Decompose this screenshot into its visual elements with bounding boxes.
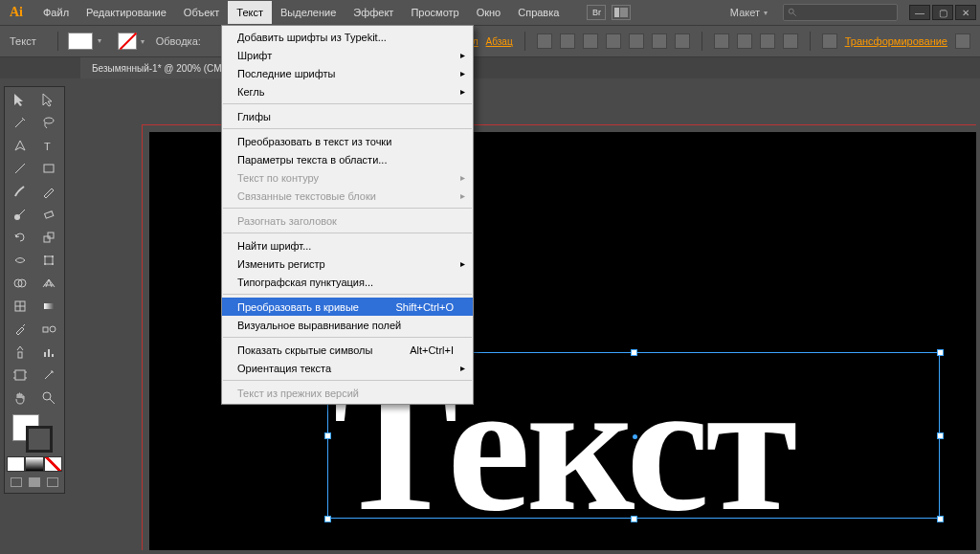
selection-handle[interactable] <box>631 349 637 356</box>
pen-tool[interactable] <box>7 135 33 156</box>
menu-separator <box>223 103 472 104</box>
column-graph-tool[interactable] <box>35 342 62 363</box>
shape-builder-tool[interactable] <box>7 273 33 294</box>
align-center-icon[interactable] <box>560 33 575 49</box>
selection-handle[interactable] <box>937 516 944 522</box>
menu-item[interactable]: Визуальное выравнивание полей <box>222 316 473 334</box>
menu-file[interactable]: Файл <box>34 1 78 24</box>
align-right-icon[interactable] <box>583 33 598 49</box>
misc-icon-3[interactable] <box>760 33 775 49</box>
menu-edit[interactable]: Редактирование <box>78 1 175 24</box>
menu-view[interactable]: Просмотр <box>402 1 467 24</box>
menu-item[interactable]: Шрифт <box>222 46 473 64</box>
gradient-icon[interactable] <box>25 456 43 472</box>
svg-point-12 <box>52 255 54 257</box>
lasso-tool[interactable] <box>35 112 62 133</box>
scale-tool[interactable] <box>35 227 62 248</box>
normal-screen-mode[interactable] <box>7 474 25 491</box>
justify-left-icon[interactable] <box>606 33 621 49</box>
menu-item[interactable]: Преобразовать в текст из точки <box>222 132 473 150</box>
blob-brush-tool[interactable] <box>7 204 33 225</box>
window-close-button[interactable]: ✕ <box>955 5 976 20</box>
arrange-docs-icon[interactable] <box>612 5 631 20</box>
menu-item[interactable]: Глифы <box>222 107 473 125</box>
menu-item[interactable]: Изменить регистр <box>222 255 473 273</box>
selection-handle[interactable] <box>631 516 637 522</box>
full-screen-menu-mode[interactable] <box>25 474 43 491</box>
options-overflow-icon[interactable] <box>955 33 970 49</box>
direct-selection-tool[interactable] <box>35 89 62 110</box>
solid-color-icon[interactable] <box>7 456 25 472</box>
fill-swatch[interactable]: ▾ <box>68 33 93 50</box>
mesh-tool[interactable] <box>7 296 33 317</box>
type-tool[interactable]: T <box>35 135 62 156</box>
artboard-tool[interactable] <box>7 365 33 386</box>
justify-right-icon[interactable] <box>652 33 667 49</box>
line-tool[interactable] <box>7 158 33 179</box>
misc-icon-2[interactable] <box>737 33 752 49</box>
full-screen-mode[interactable] <box>44 474 62 491</box>
none-icon[interactable] <box>44 456 62 472</box>
stroke-label: Обводка: <box>156 35 201 47</box>
hand-tool[interactable] <box>7 388 33 409</box>
stroke-swatch-none[interactable] <box>118 33 137 50</box>
window-maximize-button[interactable]: ▢ <box>932 5 953 20</box>
justify-all-icon[interactable] <box>675 33 690 49</box>
menu-separator <box>223 208 472 209</box>
selection-handle[interactable] <box>937 432 944 439</box>
menu-item[interactable]: Преобразовать в кривыеShift+Ctrl+O <box>222 298 473 316</box>
rectangle-tool[interactable] <box>35 158 62 179</box>
paintbrush-tool[interactable] <box>7 181 33 202</box>
bridge-icon[interactable]: Br <box>587 5 606 20</box>
svg-rect-7 <box>45 211 54 218</box>
fill-stroke-control[interactable] <box>7 410 62 454</box>
menu-item[interactable]: Кегль <box>222 82 473 100</box>
free-transform-tool[interactable] <box>35 250 62 271</box>
perspective-grid-tool[interactable] <box>35 273 62 294</box>
pencil-tool[interactable] <box>35 181 62 202</box>
justify-center-icon[interactable] <box>629 33 644 49</box>
menu-type[interactable]: Текст <box>228 1 272 24</box>
workspace-label: Макет <box>730 7 760 18</box>
align-left-icon[interactable] <box>537 33 552 49</box>
magic-wand-tool[interactable] <box>7 112 33 133</box>
symbol-sprayer-tool[interactable] <box>7 342 33 363</box>
menu-object[interactable]: Объект <box>175 1 228 24</box>
menu-help[interactable]: Справка <box>509 1 568 24</box>
menu-item-label: Кегль <box>237 86 264 98</box>
menu-item[interactable]: Последние шрифты <box>222 64 473 82</box>
eraser-tool[interactable] <box>35 204 62 225</box>
slice-tool[interactable] <box>35 365 62 386</box>
window-minimize-button[interactable]: — <box>909 5 930 20</box>
menu-item[interactable]: Найти шрифт... <box>222 236 473 255</box>
menu-item[interactable]: Показать скрытые символыAlt+Ctrl+I <box>222 341 473 359</box>
stroke-color[interactable] <box>26 426 53 453</box>
misc-icon-4[interactable] <box>783 33 798 49</box>
selection-handle[interactable] <box>937 349 944 356</box>
zoom-tool[interactable] <box>35 388 62 409</box>
gradient-tool[interactable] <box>35 296 62 317</box>
selection-handle[interactable] <box>324 432 331 439</box>
blend-tool[interactable] <box>35 319 62 340</box>
selection-handle[interactable] <box>324 516 331 522</box>
selection-tool[interactable] <box>7 89 33 110</box>
paragraph-panel-link[interactable]: Абзац <box>486 36 513 47</box>
align-panel-icon[interactable] <box>822 33 837 49</box>
menu-effect[interactable]: Эффект <box>345 1 402 24</box>
menu-item[interactable]: Типографская пунктуация... <box>222 273 473 291</box>
rotate-tool[interactable] <box>7 227 33 248</box>
transform-panel-link[interactable]: Трансформирование <box>845 35 947 47</box>
menu-item-label: Шрифт <box>237 50 272 61</box>
width-tool[interactable] <box>7 250 33 271</box>
search-input[interactable] <box>783 4 898 21</box>
menu-separator <box>223 128 472 129</box>
menu-select[interactable]: Выделение <box>272 1 345 24</box>
workspace-switcher[interactable]: Макет ▾ <box>723 7 775 18</box>
misc-icon-1[interactable] <box>714 33 729 49</box>
menu-item[interactable]: Добавить шрифты из Typekit... <box>222 28 473 46</box>
menu-window[interactable]: Окно <box>468 1 510 24</box>
eyedropper-tool[interactable] <box>7 319 33 340</box>
svg-rect-21 <box>18 352 22 358</box>
menu-item[interactable]: Параметры текста в области... <box>222 150 473 168</box>
menu-item[interactable]: Ориентация текста <box>222 359 473 377</box>
